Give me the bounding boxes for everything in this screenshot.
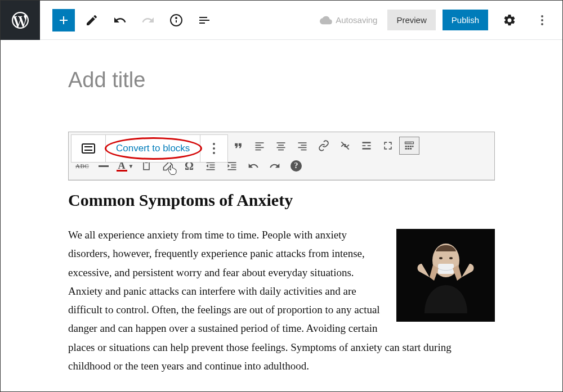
unlink-button[interactable] <box>335 137 355 155</box>
svg-point-58 <box>449 257 453 259</box>
redo-button[interactable] <box>137 9 159 31</box>
post-content[interactable]: Common Symptoms of Anxiety <box>68 181 495 382</box>
redo-tm-button[interactable] <box>265 157 285 175</box>
add-block-button[interactable] <box>52 9 75 31</box>
svg-rect-16 <box>255 145 261 146</box>
kitchen-sink-icon <box>404 140 415 151</box>
content-heading: Common Symptoms of Anxiety <box>68 191 495 210</box>
info-button[interactable] <box>165 9 187 31</box>
redo-icon <box>141 13 155 27</box>
svg-rect-50 <box>228 162 236 163</box>
svg-rect-43 <box>410 148 412 150</box>
svg-point-57 <box>439 257 443 259</box>
autosaving-label: Autosaving <box>336 15 377 25</box>
outline-button[interactable] <box>193 9 216 31</box>
dot-icon <box>213 143 215 145</box>
dot-icon <box>213 152 215 154</box>
autosaving-status: Autosaving <box>320 14 377 26</box>
annotation-circle <box>105 137 202 160</box>
dot-icon <box>541 23 543 25</box>
svg-rect-47 <box>209 165 215 166</box>
svg-rect-17 <box>255 147 263 148</box>
svg-rect-35 <box>409 143 410 143</box>
fullscreen-icon <box>382 140 394 151</box>
block-more-button[interactable] <box>200 135 227 162</box>
svg-rect-38 <box>407 146 409 147</box>
svg-rect-56 <box>438 264 454 274</box>
help-icon: ? <box>291 160 302 172</box>
quote-icon <box>233 140 244 151</box>
dot-icon <box>541 19 543 21</box>
svg-rect-24 <box>301 145 306 146</box>
align-right-button[interactable] <box>292 137 312 155</box>
read-more-icon <box>361 140 372 151</box>
align-center-icon <box>275 140 287 151</box>
link-button[interactable] <box>314 137 334 155</box>
align-center-button[interactable] <box>271 137 291 155</box>
svg-rect-15 <box>255 142 263 143</box>
editor-right-tools: Autosaving Preview Publish <box>320 9 553 31</box>
svg-rect-28 <box>362 142 370 143</box>
cursor-pointer-icon <box>167 164 177 178</box>
undo-icon <box>113 13 127 27</box>
undo-icon <box>248 160 259 172</box>
chevron-down-icon: ▼ <box>128 163 134 169</box>
preview-button[interactable]: Preview <box>387 10 435 30</box>
toolbar-toggle-button[interactable] <box>399 137 419 155</box>
edit-tool-button[interactable] <box>81 9 103 31</box>
link-icon <box>318 140 329 151</box>
svg-rect-51 <box>231 165 236 166</box>
settings-button[interactable] <box>498 9 521 31</box>
more-menu-button[interactable] <box>531 9 553 31</box>
fullscreen-button[interactable] <box>378 137 398 155</box>
dot-icon <box>213 147 215 150</box>
blockquote-button[interactable] <box>228 137 248 155</box>
hr-icon <box>99 165 109 167</box>
svg-rect-42 <box>407 148 409 150</box>
svg-rect-36 <box>410 143 411 143</box>
info-icon <box>169 13 183 27</box>
pencil-icon <box>85 13 99 27</box>
plus-icon <box>57 13 70 27</box>
svg-rect-22 <box>278 150 284 151</box>
undo-button[interactable] <box>109 9 131 31</box>
svg-rect-41 <box>405 148 406 150</box>
strikethrough-icon: ABC <box>75 163 89 169</box>
post-title-input[interactable]: Add title <box>68 68 495 92</box>
svg-rect-53 <box>228 169 236 170</box>
svg-rect-52 <box>231 167 236 168</box>
svg-rect-48 <box>209 167 215 168</box>
wordpress-icon <box>10 10 30 30</box>
svg-rect-29 <box>362 145 365 146</box>
convert-to-blocks-button[interactable]: Convert to blocks <box>106 135 200 162</box>
svg-rect-31 <box>362 148 370 150</box>
svg-rect-21 <box>276 147 285 148</box>
help-tm-button[interactable]: ? <box>286 157 306 175</box>
svg-rect-23 <box>298 142 306 143</box>
editor-topbar: Autosaving Preview Publish <box>1 1 562 40</box>
svg-rect-40 <box>412 146 414 147</box>
svg-rect-20 <box>278 145 284 146</box>
svg-point-2 <box>176 17 177 19</box>
keyboard-icon <box>82 143 95 154</box>
anxiety-photo-placeholder <box>396 229 495 322</box>
svg-rect-44 <box>144 162 149 169</box>
align-left-button[interactable] <box>249 137 270 155</box>
classic-block-icon-button[interactable] <box>72 135 106 162</box>
editor-area: Add title Convert to blocks Paragraph B … <box>1 40 562 392</box>
svg-rect-30 <box>367 145 370 146</box>
editor-left-tools <box>40 9 216 31</box>
svg-rect-26 <box>301 150 306 151</box>
publish-button[interactable]: Publish <box>443 10 488 30</box>
gear-icon <box>503 13 516 27</box>
content-paragraph: We all experience anxiety from time to t… <box>68 229 452 372</box>
dot-icon <box>541 15 543 17</box>
wp-logo[interactable] <box>1 1 40 40</box>
content-body: We all experience anxiety from time to t… <box>68 226 495 375</box>
svg-rect-18 <box>255 150 261 151</box>
cloud-icon <box>320 14 332 26</box>
svg-rect-19 <box>276 142 285 143</box>
undo-tm-button[interactable] <box>243 157 263 175</box>
outline-icon <box>198 13 211 27</box>
insert-more-button[interactable] <box>356 137 377 155</box>
